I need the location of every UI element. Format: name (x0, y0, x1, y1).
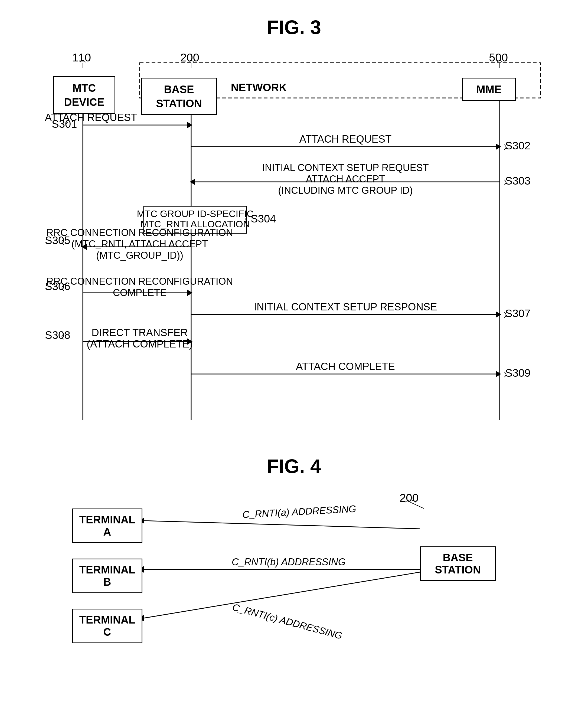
svg-text:S303: S303 (505, 175, 530, 187)
svg-text:S309: S309 (505, 367, 530, 379)
svg-text:S301: S301 (52, 118, 77, 130)
svg-text:C_RNTI(a) ADDRESSING: C_RNTI(a) ADDRESSING (242, 503, 356, 520)
fig3-diagram: S301 S302 S303 S304 S305 S306 S307 (37, 49, 551, 434)
entity-base-station: BASE STATION (141, 78, 217, 115)
svg-text:RRC CONNECTION RECONFIGURATION: RRC CONNECTION RECONFIGURATION (46, 227, 233, 238)
svg-text:INITIAL CONTEXT SETUP REQUEST: INITIAL CONTEXT SETUP REQUEST (262, 162, 428, 173)
svg-marker-7 (496, 144, 501, 150)
svg-marker-20 (496, 371, 501, 377)
svg-text:S308: S308 (45, 329, 70, 341)
entity-terminal-a: TERMINAL A (72, 508, 142, 543)
entity-base-station-fig4: BASE STATION (420, 546, 496, 581)
svg-text:200: 200 (400, 494, 419, 504)
svg-text:COMPLETE: COMPLETE (113, 287, 167, 298)
entity-network: NETWORK (226, 80, 291, 94)
svg-text:(MTC_RNTI, ATTACH ACCEPT: (MTC_RNTI, ATTACH ACCEPT (71, 238, 208, 250)
svg-marker-16 (496, 311, 501, 318)
svg-line-53 (411, 502, 424, 508)
fig4-title: FIG. 4 (22, 455, 566, 477)
svg-text:500: 500 (489, 51, 508, 64)
svg-marker-5 (187, 122, 192, 128)
svg-text:S304: S304 (251, 213, 276, 224)
svg-text:MTC_RNTI ALLOCATION: MTC_RNTI ALLOCATION (141, 219, 250, 229)
svg-line-54 (144, 521, 420, 529)
svg-line-60 (144, 572, 420, 618)
svg-text:INITIAL CONTEXT SETUP RESPONSE: INITIAL CONTEXT SETUP RESPONSE (254, 301, 437, 312)
svg-text:110: 110 (72, 51, 91, 64)
svg-text:DIRECT TRANSFER: DIRECT TRANSFER (91, 327, 188, 338)
svg-text:(MTC_GROUP_ID)): (MTC_GROUP_ID)) (96, 250, 183, 261)
svg-text:S306: S306 (45, 280, 70, 292)
svg-marker-18 (187, 338, 192, 345)
svg-text:ATTACH REQUEST: ATTACH REQUEST (299, 133, 392, 145)
svg-text:(ATTACH COMPLETE): (ATTACH COMPLETE) (87, 338, 192, 350)
svg-text:ATTACH ACCEPT: ATTACH ACCEPT (306, 173, 385, 185)
svg-text:C_RNTI(b) ADDRESSING: C_RNTI(b) ADDRESSING (232, 557, 346, 567)
svg-text:S305: S305 (45, 234, 70, 246)
svg-text:C_RNTI(c) ADDRESSING: C_RNTI(c) ADDRESSING (231, 601, 343, 642)
fig4-diagram: 200 C_RNTI(a) ADDRESSING C_RNTI(b) ADDRE… (37, 494, 551, 656)
svg-text:RRC CONNECTION RECONFIGURATION: RRC CONNECTION RECONFIGURATION (46, 276, 233, 287)
svg-marker-9 (190, 179, 195, 185)
svg-rect-10 (144, 206, 247, 233)
svg-text:200: 200 (180, 51, 199, 64)
svg-text:S302: S302 (505, 139, 530, 152)
page: FIG. 3 (0, 0, 588, 715)
svg-text:MTC GROUP ID-SPECIFIC: MTC GROUP ID-SPECIFIC (137, 209, 253, 219)
entity-mtc-device: MTCDEVICE (53, 76, 115, 114)
svg-text:S307: S307 (505, 307, 530, 319)
fig3-area: S301 S302 S303 S304 S305 S306 S307 (37, 49, 551, 434)
svg-marker-14 (187, 289, 192, 296)
entity-terminal-b: TERMINAL B (72, 559, 142, 593)
entity-terminal-c: TERMINAL C (72, 609, 142, 643)
entity-mme: MME (462, 78, 516, 101)
svg-text:ATTACH COMPLETE: ATTACH COMPLETE (296, 361, 395, 372)
svg-text:(INCLUDING MTC GROUP ID): (INCLUDING MTC GROUP ID) (278, 185, 413, 196)
fig3-title: FIG. 3 (22, 16, 566, 39)
svg-marker-12 (82, 243, 87, 250)
